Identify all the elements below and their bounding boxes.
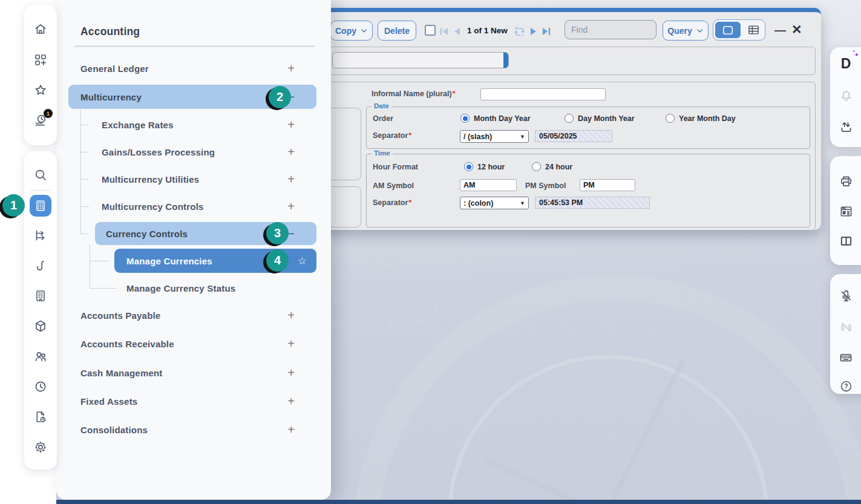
hour-format-label: Hour Format <box>373 163 418 171</box>
time-clock-icon[interactable] <box>33 379 48 394</box>
delete-button-label: Delete <box>384 26 410 36</box>
find-input[interactable] <box>565 20 656 39</box>
chevron-down-icon <box>696 27 704 34</box>
radio-day-month-year[interactable] <box>565 114 574 123</box>
form-view-button[interactable] <box>715 22 741 38</box>
menu-item-manage-currency-status[interactable]: Manage Currency Status <box>114 277 316 299</box>
collapse-icon[interactable]: − <box>287 227 295 240</box>
step-badge-3: 3 <box>266 222 289 244</box>
favorites-star-icon[interactable] <box>33 83 48 97</box>
refresh-icon[interactable] <box>513 25 526 38</box>
copy-button-label: Copy <box>335 26 356 36</box>
record-select-checkbox[interactable] <box>425 25 436 36</box>
table-view-button[interactable] <box>744 22 763 38</box>
expand-icon[interactable]: + <box>287 309 295 321</box>
first-record-icon[interactable] <box>440 27 449 36</box>
menu-item-label: Exchange Rates <box>102 120 174 130</box>
users-icon[interactable] <box>33 349 48 364</box>
sound-off-icon[interactable] <box>838 319 854 335</box>
accounting-calculator-icon[interactable] <box>30 195 51 217</box>
expand-icon[interactable]: + <box>287 367 295 379</box>
menu-item-consolidations[interactable]: Consolidations + <box>68 418 316 441</box>
dashboard-icon[interactable] <box>838 203 854 219</box>
minimize-button[interactable]: — <box>774 24 786 36</box>
print-icon[interactable] <box>838 173 854 189</box>
menu-item-general-ledger[interactable]: General Ledger + <box>68 57 316 80</box>
organization-building-icon[interactable] <box>33 289 48 303</box>
menu-item-label: Multicurrency Controls <box>102 201 204 212</box>
menu-item-cash-management[interactable]: Cash Management + <box>68 361 316 384</box>
settings-gear-icon[interactable] <box>33 440 48 454</box>
informal-name-input[interactable] <box>480 88 606 100</box>
form-view-icon <box>721 25 735 36</box>
notifications-bell-icon[interactable] <box>838 88 854 103</box>
partially-visible-field[interactable] <box>332 52 509 68</box>
layout-columns-icon[interactable] <box>838 233 854 249</box>
next-record-icon[interactable] <box>530 27 538 36</box>
signature-icon[interactable] <box>33 258 48 273</box>
on-screen-keyboard-icon[interactable] <box>838 350 854 365</box>
scheduled-reports-icon[interactable] <box>33 410 48 424</box>
menu-item-accounts-receivable[interactable]: Accounts Receivable + <box>68 332 316 355</box>
favorite-star-icon[interactable]: ☆ <box>298 255 307 267</box>
search-icon[interactable] <box>33 168 48 182</box>
hidden-left-group-box <box>326 108 361 180</box>
transactions-icon[interactable] <box>33 228 48 243</box>
help-glyph: ? <box>844 382 848 390</box>
apps-icon[interactable] <box>33 53 48 67</box>
menu-item-label: Multicurrency <box>80 92 142 102</box>
close-button[interactable]: ✕ <box>791 23 802 36</box>
expand-icon[interactable]: + <box>287 338 295 350</box>
date-preview-field: 05/05/2025 <box>535 130 612 142</box>
date-separator-dropdown[interactable]: / (slash) ▼ <box>460 130 529 143</box>
menu-item-label: Gains/Losses Processing <box>102 147 215 157</box>
mic-off-icon[interactable] <box>838 288 854 304</box>
radio-month-day-year[interactable] <box>460 114 470 123</box>
radio-24-hour-label: 24 hour <box>545 163 572 171</box>
delete-button[interactable]: Delete <box>378 21 416 41</box>
pm-symbol-input[interactable] <box>580 179 635 191</box>
menu-item-multicurrency-utilities[interactable]: Multicurrency Utilities + <box>90 168 316 191</box>
menu-item-accounts-payable[interactable]: Accounts Payable + <box>68 304 316 327</box>
history-count-badge: 1 <box>44 109 53 118</box>
time-separator-dropdown[interactable]: : (colon) ▼ <box>460 197 529 209</box>
query-button[interactable]: Query <box>663 21 709 41</box>
import-export-icon[interactable] <box>838 119 854 135</box>
menu-item-multicurrency-controls[interactable]: Multicurrency Controls + <box>90 195 316 218</box>
menu-item-fixed-assets[interactable]: Fixed Assets + <box>68 390 316 413</box>
radio-year-month-day[interactable] <box>666 114 675 123</box>
radio-24-hour[interactable] <box>532 162 541 171</box>
order-label: Order <box>373 114 393 123</box>
help-icon[interactable]: ? <box>838 378 854 394</box>
last-record-icon[interactable] <box>542 27 551 36</box>
time-fieldset: Time Hour Format 12 hour 24 hour AM Symb… <box>366 154 810 227</box>
inventory-package-icon[interactable] <box>33 319 48 333</box>
tree-connector <box>80 179 89 180</box>
copy-button[interactable]: Copy <box>330 21 373 41</box>
am-symbol-input[interactable] <box>460 179 517 191</box>
tree-connector <box>80 152 89 152</box>
expand-icon[interactable]: + <box>287 395 295 407</box>
focused-field-indicator <box>503 52 508 68</box>
assistant-logo-icon[interactable]: D ✦ ✦ <box>838 56 854 71</box>
expand-icon[interactable]: + <box>287 424 295 436</box>
expand-icon[interactable]: + <box>287 200 295 212</box>
required-marker: * <box>453 90 456 98</box>
menu-item-label: Accounts Receivable <box>80 339 174 349</box>
tree-connector <box>80 234 89 234</box>
expand-icon[interactable]: + <box>287 146 295 158</box>
menu-item-exchange-rates[interactable]: Exchange Rates + <box>90 113 316 136</box>
step-badge-1: 1 <box>2 194 25 217</box>
expand-icon[interactable]: + <box>287 62 295 74</box>
hidden-left-group-box-2 <box>326 186 361 227</box>
home-icon[interactable] <box>33 22 48 36</box>
expand-icon[interactable]: + <box>287 173 295 185</box>
dropdown-arrow-icon: ▼ <box>520 134 525 140</box>
menu-item-label: Manage Currencies <box>126 256 212 266</box>
previous-record-icon[interactable] <box>453 27 460 36</box>
manage-currencies-window: Copy Delete 1 of 1 New Query <box>315 8 821 230</box>
radio-12-hour[interactable] <box>464 162 473 171</box>
expand-icon[interactable]: + <box>287 119 295 131</box>
menu-item-gains-losses-processing[interactable]: Gains/Losses Processing + <box>90 140 316 163</box>
time-separator-label-text: Separator <box>373 198 408 207</box>
